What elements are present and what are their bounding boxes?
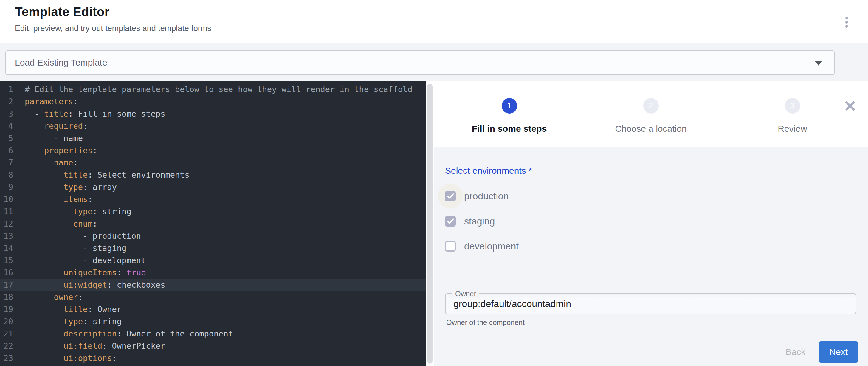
checkbox[interactable]: [445, 241, 456, 251]
required-asterisk: *: [526, 166, 532, 176]
code-text: # Edit the template parameters below to …: [17, 83, 412, 95]
code-line: 15 - development: [0, 254, 426, 267]
load-existing-template-select[interactable]: Load Existing Template: [5, 50, 835, 75]
template-code-editor[interactable]: 1 # Edit the template parameters below t…: [0, 81, 426, 366]
resize-handle[interactable]: [427, 84, 433, 364]
code-line: 6 properties:: [0, 144, 426, 156]
line-number: 5: [0, 132, 17, 144]
environment-option-row[interactable]: development: [445, 234, 857, 259]
code-line: 20 type: string: [0, 315, 426, 328]
line-number: 2: [0, 95, 17, 108]
code-line: 12 enum:: [0, 218, 426, 230]
code-text: enum:: [17, 218, 97, 230]
code-line: 14 - staging: [0, 242, 426, 254]
checkbox-label[interactable]: development: [464, 241, 519, 252]
code-text: - production: [17, 230, 141, 242]
step-number-badge: 3: [785, 98, 800, 114]
back-button[interactable]: Back: [777, 341, 815, 362]
code-line: 22 ui:field: OwnerPicker: [0, 340, 426, 352]
code-line: 17 ui:widget: checkboxes: [0, 279, 426, 291]
code-text: - development: [17, 254, 146, 267]
more-options-button[interactable]: [839, 11, 854, 33]
checkbox[interactable]: [445, 216, 456, 226]
wizard-actions: Back Next: [777, 341, 859, 363]
owner-outlined-field: Owner: [445, 293, 857, 314]
code-text: name:: [17, 156, 78, 169]
code-text: owner:: [17, 291, 83, 303]
environment-option-row[interactable]: production: [445, 184, 857, 209]
step-number-badge: 2: [643, 98, 659, 114]
stepper-step: 1 Fill in some steps: [438, 98, 580, 134]
environment-option-row[interactable]: staging: [445, 209, 857, 234]
step-number-badge: 1: [502, 98, 517, 114]
environments-field-label: Select environments *: [445, 166, 857, 176]
line-number: 11: [0, 205, 17, 218]
line-number: 17: [0, 279, 17, 291]
form-preview-panel: 1 Fill in some steps 2 Choose a location…: [434, 81, 868, 366]
code-line: 11 type: string: [0, 205, 426, 218]
code-text: ui:widget: checkboxes: [17, 279, 165, 291]
stepper-connector: [523, 105, 638, 106]
code-line: 21 description: Owner of the component: [0, 328, 426, 340]
code-line: 9 type: array: [0, 181, 426, 193]
code-text: description: Owner of the component: [17, 328, 233, 340]
code-line: 23 ui:options:: [0, 352, 426, 364]
owner-input[interactable]: [445, 294, 856, 313]
code-text: properties:: [17, 144, 97, 156]
owner-helper-text: Owner of the component: [446, 318, 857, 327]
code-line: 8 title: Select environments: [0, 169, 426, 181]
code-text: ui:field: OwnerPicker: [17, 340, 165, 352]
line-number: 21: [0, 328, 17, 340]
line-number: 1: [0, 83, 17, 95]
line-number: 7: [0, 156, 17, 169]
code-text: type: array: [17, 181, 117, 193]
checkbox-label[interactable]: staging: [464, 216, 495, 227]
code-text: parameters:: [17, 95, 78, 108]
line-number: 18: [0, 291, 17, 303]
code-line: 13 - production: [0, 230, 426, 242]
page-subtitle: Edit, preview, and try out templates and…: [15, 24, 868, 33]
load-existing-template-placeholder: Load Existing Template: [15, 58, 107, 68]
line-number: 16: [0, 267, 17, 279]
form-fields-panel: Select environments * production: [434, 147, 868, 366]
line-number: 19: [0, 303, 17, 315]
page-title: Template Editor: [15, 5, 868, 19]
checkbox[interactable]: [445, 191, 456, 202]
line-number: 23: [0, 352, 17, 364]
code-line: 24 catalogFilter:: [0, 364, 426, 366]
code-line: 18 owner:: [0, 291, 426, 303]
checkbox-label[interactable]: production: [464, 191, 508, 202]
code-text: - title: Fill in some steps: [17, 108, 165, 120]
code-text: type: string: [17, 205, 131, 218]
line-number: 15: [0, 254, 17, 267]
line-number: 6: [0, 144, 17, 156]
code-text: required:: [17, 120, 88, 132]
line-number: 22: [0, 340, 17, 352]
line-number: 9: [0, 181, 17, 193]
line-number: 14: [0, 242, 17, 254]
line-number: 13: [0, 230, 17, 242]
code-text: - name: [17, 132, 83, 144]
next-button[interactable]: Next: [818, 341, 859, 363]
check-icon: [445, 216, 455, 226]
stepper-step: 3 Review: [722, 98, 863, 134]
kebab-menu-icon: [845, 17, 848, 19]
code-text: uniqueItems: true: [17, 267, 146, 279]
code-line: 1 # Edit the template parameters below t…: [0, 83, 426, 95]
line-number: 4: [0, 120, 17, 132]
code-text: title: Owner: [17, 303, 122, 315]
line-number: 20: [0, 315, 17, 328]
page-header: Template Editor Edit, preview, and try o…: [0, 0, 868, 42]
owner-field-group: Owner Owner of the component: [445, 293, 857, 327]
line-number: 3: [0, 108, 17, 120]
step-label: Review: [722, 124, 863, 134]
code-text: ui:options:: [17, 352, 117, 364]
line-number: 8: [0, 169, 17, 181]
step-label: Fill in some steps: [438, 124, 580, 134]
code-text: - staging: [17, 242, 126, 254]
main-split: 1 # Edit the template parameters below t…: [0, 81, 868, 366]
code-line: 5 - name: [0, 132, 426, 144]
stepper: 1 Fill in some steps 2 Choose a location…: [434, 81, 868, 147]
code-text: title: Select environments: [17, 169, 190, 181]
stepper-connector: [664, 105, 779, 106]
